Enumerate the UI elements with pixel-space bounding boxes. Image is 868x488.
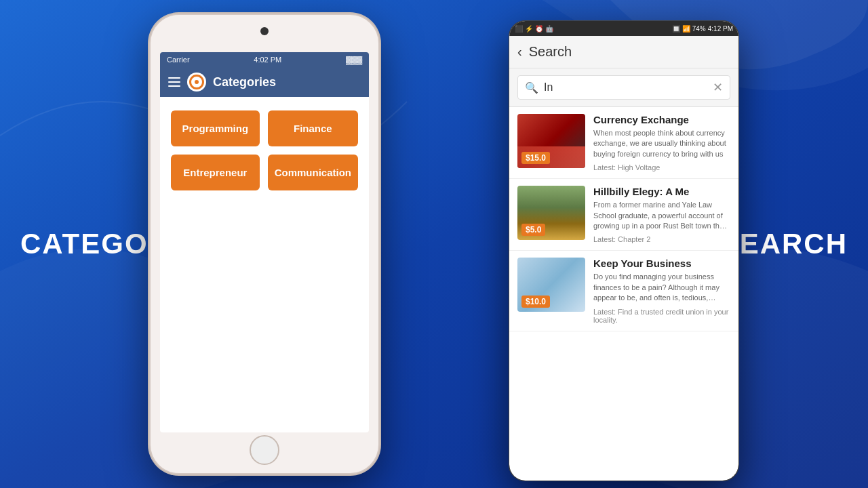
- category-finance[interactable]: Finance: [268, 110, 358, 146]
- result-thumb-business: $10.0: [517, 258, 585, 312]
- iphone-body: Carrier 4:02 PM ▓▓▓ Categories Programmi…: [149, 14, 380, 474]
- alarm-icon: ⏰: [535, 25, 543, 33]
- price-badge-business: $10.0: [521, 296, 550, 308]
- ios-time: 4:02 PM: [254, 56, 281, 64]
- result-title-business: Keep Your Business: [593, 258, 730, 269]
- clear-icon[interactable]: ✕: [713, 80, 723, 95]
- result-thumb-hillbilly: $5.0: [517, 186, 585, 240]
- search-icon: 🔍: [525, 81, 538, 94]
- result-item-business[interactable]: $10.0 Keep Your Business Do you find man…: [509, 251, 738, 331]
- menu-icon[interactable]: [168, 77, 180, 87]
- logo-ring: [189, 75, 204, 89]
- search-results-list[interactable]: $15.0 Currency Exchange When most people…: [509, 107, 738, 472]
- android-status-bar: ⬛ ⚡ ⏰ 🤖 🔲 📶 74% 4:12 PM: [509, 21, 738, 36]
- android-navbar: ‹ Search: [509, 36, 738, 68]
- result-title-currency: Currency Exchange: [593, 114, 730, 125]
- ios-carrier: Carrier: [167, 56, 190, 64]
- android-status-right: 🔲 📶 74% 4:12 PM: [672, 25, 733, 33]
- category-entrepreneur[interactable]: Entrepreneur: [171, 155, 260, 190]
- app-logo: [187, 73, 206, 92]
- android-time: 4:12 PM: [708, 25, 733, 33]
- ios-battery: ▓▓▓: [346, 56, 362, 64]
- result-item-hillbilly[interactable]: $5.0 Hillbilly Elegy: A Me From a former…: [509, 179, 738, 251]
- android-wifi-icon: 📶: [682, 25, 690, 33]
- result-latest-currency: Latest: High Voltage: [593, 163, 730, 171]
- result-desc-business: Do you find managing your business finan…: [593, 272, 730, 303]
- logo-dot: [195, 80, 199, 84]
- price-badge-currency: $15.0: [521, 152, 550, 164]
- result-latest-business: Latest: Find a trusted credit union in y…: [593, 308, 730, 324]
- android-status-icons: ⬛ ⚡ ⏰ 🤖: [515, 25, 553, 33]
- result-thumb-currency: $15.0: [517, 114, 585, 168]
- search-input[interactable]: In: [544, 81, 707, 94]
- usb-icon: ⚡: [525, 25, 533, 33]
- iphone-home-button[interactable]: [250, 435, 279, 465]
- iphone-device: Carrier 4:02 PM ▓▓▓ Categories Programmi…: [149, 14, 380, 474]
- android-body: ⬛ ⚡ ⏰ 🤖 🔲 📶 74% 4:12 PM ‹ Search: [509, 20, 739, 481]
- back-button[interactable]: ‹: [517, 44, 522, 60]
- category-grid: Programming Finance Entrepreneur Communi…: [160, 97, 369, 204]
- result-info-hillbilly: Hillbilly Elegy: A Me From a former mari…: [593, 186, 730, 243]
- iphone-camera: [260, 27, 269, 35]
- ios-status-bar: Carrier 4:02 PM ▓▓▓: [160, 52, 369, 67]
- result-item-currency[interactable]: $15.0 Currency Exchange When most people…: [509, 107, 738, 179]
- category-communication[interactable]: Communication: [268, 155, 358, 190]
- price-badge-hillbilly: $5.0: [521, 224, 545, 236]
- result-info-currency: Currency Exchange When most people think…: [593, 114, 730, 171]
- android-battery-pct: 74%: [692, 25, 706, 33]
- android-device: ⬛ ⚡ ⏰ 🤖 🔲 📶 74% 4:12 PM ‹ Search: [509, 20, 739, 481]
- result-desc-currency: When most people think about currency ex…: [593, 128, 730, 159]
- android-battery-icon: 🔲: [672, 25, 680, 33]
- ios-navbar-title: Categories: [213, 75, 276, 89]
- search-input-wrap[interactable]: 🔍 In ✕: [517, 75, 730, 100]
- nfc-icon: ⬛: [515, 25, 523, 33]
- result-info-business: Keep Your Business Do you find managing …: [593, 258, 730, 323]
- result-latest-hillbilly: Latest: Chapter 2: [593, 235, 730, 243]
- iphone-screen: Carrier 4:02 PM ▓▓▓ Categories Programmi…: [160, 52, 369, 432]
- result-title-hillbilly: Hillbilly Elegy: A Me: [593, 186, 730, 197]
- android-navbar-title: Search: [529, 44, 572, 60]
- ios-navbar: Categories: [160, 67, 369, 97]
- android-icon: 🤖: [545, 25, 553, 33]
- category-programming[interactable]: Programming: [171, 110, 260, 146]
- android-screen: ⬛ ⚡ ⏰ 🤖 🔲 📶 74% 4:12 PM ‹ Search: [509, 21, 738, 481]
- search-bar: 🔍 In ✕: [509, 68, 738, 107]
- result-desc-hillbilly: From a former marine and Yale Law School…: [593, 200, 730, 231]
